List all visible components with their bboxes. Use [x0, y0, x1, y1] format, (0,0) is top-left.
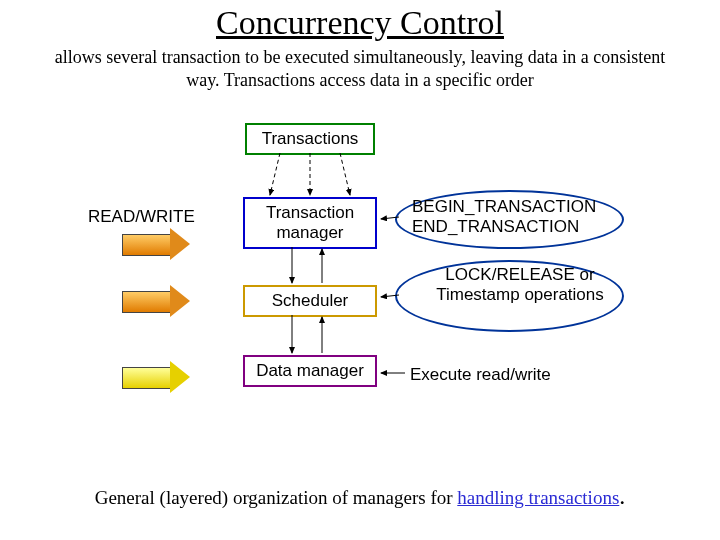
page-caption: General (layered) organization of manage… — [0, 483, 720, 510]
caption-suffix: . — [619, 483, 625, 509]
box-transaction-manager: Transaction manager — [243, 197, 377, 249]
arrow-icon — [122, 230, 192, 258]
caption-prefix: General (layered) organization of manage… — [95, 487, 458, 508]
arrow-icon — [122, 287, 192, 315]
label-lock-release: LOCK/RELEASE or Timestamp operations — [430, 265, 610, 304]
arrow-icon — [122, 363, 192, 391]
label-begin-end: BEGIN_TRANSACTION END_TRANSACTION — [412, 197, 622, 236]
box-scheduler: Scheduler — [243, 285, 377, 317]
diagram-area: Transactions Transaction manager Schedul… — [0, 115, 720, 475]
page-subtitle: allows several transaction to be execute… — [40, 46, 680, 91]
page-title: Concurrency Control — [0, 4, 720, 42]
label-read-write: READ/WRITE — [88, 207, 195, 227]
svg-line-0 — [270, 153, 280, 195]
svg-line-2 — [340, 153, 350, 195]
box-data-manager: Data manager — [243, 355, 377, 387]
box-transactions: Transactions — [245, 123, 375, 155]
caption-link[interactable]: handling transactions — [457, 487, 619, 508]
label-execute-rw: Execute read/write — [410, 365, 551, 385]
